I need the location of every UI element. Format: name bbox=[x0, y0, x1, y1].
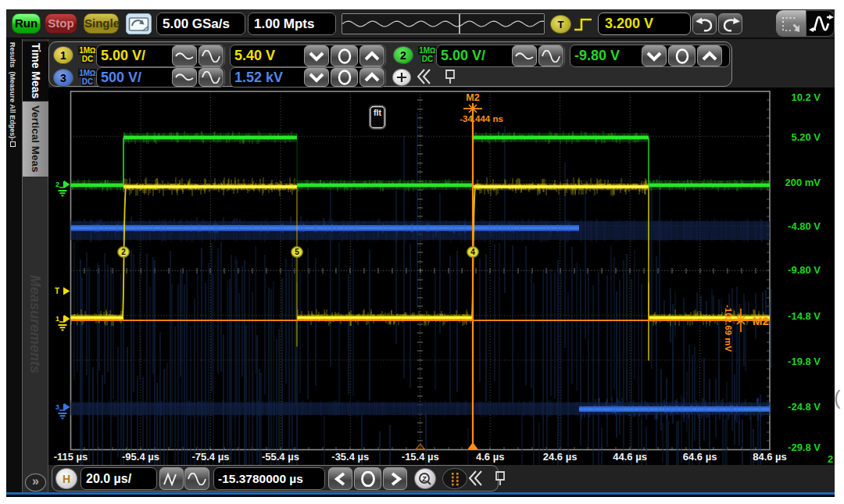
svg-text:200 mV: 200 mV bbox=[785, 177, 821, 188]
svg-text:24.6 µs: 24.6 µs bbox=[543, 451, 578, 463]
svg-text:44.6 µs: 44.6 µs bbox=[613, 451, 647, 463]
svg-text:M2: M2 bbox=[753, 314, 769, 327]
svg-text:-34.444 ns: -34.444 ns bbox=[460, 114, 503, 123]
svg-text:2: 2 bbox=[55, 181, 59, 188]
svg-text:T: T bbox=[55, 287, 59, 295]
svg-text:10.2 V: 10.2 V bbox=[791, 91, 821, 103]
svg-text:-9.80 V: -9.80 V bbox=[788, 264, 821, 276]
svg-text:-15.4 µs: -15.4 µs bbox=[402, 451, 439, 463]
svg-text:5.20 V: 5.20 V bbox=[791, 131, 821, 143]
svg-text:Z: Z bbox=[422, 474, 427, 482]
svg-text:M2: M2 bbox=[466, 92, 479, 103]
svg-text:-29.8 V: -29.8 V bbox=[788, 441, 821, 453]
svg-text:flt: flt bbox=[374, 108, 381, 117]
svg-text:64.6 µs: 64.6 µs bbox=[683, 451, 717, 463]
svg-text:-102.69 mV: -102.69 mV bbox=[724, 305, 733, 352]
svg-text:-4.80 V: -4.80 V bbox=[788, 220, 821, 232]
svg-text:-19.8 V: -19.8 V bbox=[788, 356, 821, 367]
svg-text:3: 3 bbox=[55, 403, 59, 411]
svg-text:2: 2 bbox=[828, 453, 833, 465]
svg-text:4.6 µs: 4.6 µs bbox=[476, 451, 504, 463]
svg-text:-14.8 V: -14.8 V bbox=[788, 310, 821, 322]
svg-text:-35.4 µs: -35.4 µs bbox=[331, 451, 369, 463]
svg-text:2: 2 bbox=[121, 248, 126, 256]
svg-text:4: 4 bbox=[470, 248, 475, 256]
svg-text:-115 µs: -115 µs bbox=[54, 451, 88, 463]
svg-text:-75.4 µs: -75.4 µs bbox=[191, 451, 229, 463]
svg-text:-24.8 V: -24.8 V bbox=[788, 401, 821, 413]
svg-text:5: 5 bbox=[295, 248, 299, 256]
svg-text:84.6 µs: 84.6 µs bbox=[753, 451, 787, 463]
svg-text:1: 1 bbox=[55, 315, 59, 323]
svg-text:-55.4 µs: -55.4 µs bbox=[262, 451, 299, 463]
svg-text:-95.4 µs: -95.4 µs bbox=[122, 451, 159, 463]
